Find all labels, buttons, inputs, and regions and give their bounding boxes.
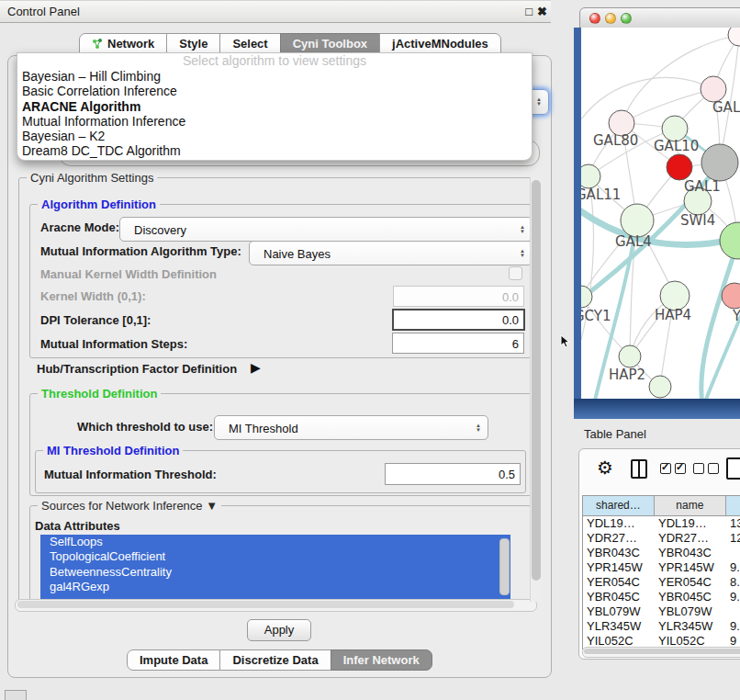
table-cell[interactable]: 9. [726, 619, 740, 634]
column-header-shared[interactable]: shared… [583, 496, 655, 515]
tab-infer-network[interactable]: Infer Network [331, 649, 432, 671]
table-cell[interactable]: YPR145W [583, 560, 655, 575]
which-threshold-combobox[interactable]: MI Threshold ▲▼ [214, 415, 488, 440]
network-edge-thick[interactable] [581, 208, 740, 244]
tab-discretize-data[interactable]: Discretize Data [219, 649, 331, 671]
table-cell[interactable]: YBR045C [583, 590, 655, 604]
float-window-icon[interactable]: □ [525, 5, 533, 18]
manual-kernel-checkbox[interactable] [509, 266, 522, 280]
dpi-tolerance-field[interactable]: 0.0 [392, 309, 525, 331]
tab-cyni-toolbox[interactable]: Cyni Toolbox [280, 33, 380, 54]
aracne-mode-combobox[interactable]: Discovery ▲▼ [119, 217, 533, 242]
table-row[interactable]: YBR043CYBR043C [583, 546, 740, 560]
close-window-icon[interactable]: ✖ [537, 5, 547, 18]
new-table-icon[interactable] [726, 457, 740, 480]
tab-style[interactable]: Style [166, 33, 220, 54]
table-cell[interactable]: YBL079W [583, 604, 655, 619]
table-cell[interactable]: 9. [726, 590, 740, 604]
network-canvas[interactable]: GALGAL80GAL10GAL11GAL1SWI4GAL4GCY1HAP4YH… [581, 28, 740, 399]
hub-expander-label[interactable]: Hub/Transcription Factor Definition [37, 362, 237, 377]
partial-node-bottom[interactable] [649, 376, 671, 398]
select-all-icon[interactable] [660, 461, 690, 478]
close-traffic-light[interactable] [589, 13, 600, 24]
mi-threshold-label: Mutual Information Threshold: [44, 468, 217, 482]
table-cell[interactable]: YDL19… [655, 516, 726, 531]
gal1-node[interactable] [667, 154, 692, 180]
dropdown-item[interactable]: Bayesian – K2 [17, 129, 532, 143]
mi-threshold-field[interactable]: 0.5 [385, 463, 521, 485]
table-scrollbar-thumb[interactable] [584, 649, 740, 654]
tab-select[interactable]: Select [219, 33, 280, 54]
table-cell[interactable]: YDR27… [655, 531, 726, 546]
table-cell[interactable]: 12 [726, 531, 740, 546]
horizontal-scrollbar-thumb[interactable] [17, 601, 514, 608]
table-cell[interactable]: 9. [726, 560, 740, 575]
attribute-item[interactable]: TopologicalCoefficient [40, 549, 510, 564]
network-window-titlebar[interactable] [579, 7, 740, 29]
table-cell[interactable]: YBR043C [655, 546, 726, 560]
pink-node[interactable] [701, 76, 726, 102]
gray-node[interactable] [701, 144, 738, 181]
sources-group-title: Sources for Network Inference ▼ [38, 499, 221, 513]
attribute-item[interactable]: SelfLoops [40, 535, 510, 549]
table-cell[interactable]: 13 [726, 516, 740, 531]
table-cell[interactable]: 8. [726, 575, 740, 590]
network-graph[interactable]: GALGAL80GAL10GAL11GAL1SWI4GAL4GCY1HAP4YH… [581, 28, 740, 399]
zoom-traffic-light[interactable] [621, 13, 632, 24]
table-cell[interactable]: YDL19… [583, 516, 655, 531]
partial-node-top[interactable] [728, 28, 740, 46]
table-cell[interactable]: YER054C [655, 575, 726, 590]
mi-steps-field[interactable]: 6 [392, 333, 524, 354]
tab-impute-data[interactable]: Impute Data [127, 649, 220, 671]
tab-jactivemnodules[interactable]: jActiveMNodules [379, 33, 501, 54]
deselect-all-icon[interactable] [693, 461, 723, 478]
table-cell[interactable]: YER054C [583, 575, 655, 590]
expander-arrow-icon[interactable]: ▶ [251, 360, 261, 375]
table-cell[interactable]: YLR345W [583, 619, 655, 634]
attribute-item[interactable]: gal4RGexp [40, 580, 510, 594]
green-node[interactable] [720, 222, 740, 259]
mi-type-combobox[interactable]: Naive Bayes ▲▼ [249, 241, 533, 265]
column-header-name[interactable]: name [655, 496, 726, 515]
collapse-arrow-icon[interactable]: ▼ [206, 499, 218, 513]
data-attributes-list[interactable]: SelfLoopsTopologicalCoefficientBetweenne… [40, 535, 510, 600]
dropdown-item[interactable]: Mutual Information Inference [17, 114, 532, 129]
table-cell[interactable]: YPR145W [655, 560, 726, 575]
table-row[interactable]: YLR345WYLR345W9. [583, 619, 740, 634]
dropdown-item[interactable]: Basic Correlation Inference [17, 84, 532, 98]
gal11-node[interactable] [581, 164, 600, 188]
minimize-traffic-light[interactable] [605, 13, 616, 24]
hap2-node[interactable] [619, 345, 641, 367]
column-header-A[interactable]: A [726, 496, 740, 515]
table-row[interactable]: YBR045CYBR045C9. [583, 590, 740, 604]
split-view-icon[interactable] [631, 459, 647, 479]
network-edge[interactable] [581, 78, 713, 119]
list-scrollbar-thumb[interactable] [499, 538, 510, 595]
settings-vertical-scrollbar[interactable] [530, 177, 542, 602]
table-row[interactable]: YDR27…YDR27…12 [583, 531, 740, 546]
settings-horizontal-scrollbar[interactable] [15, 599, 537, 612]
gal4-node[interactable] [621, 204, 654, 237]
vertical-scrollbar-thumb[interactable] [532, 180, 541, 581]
dropdown-item[interactable]: Dream8 DC_TDC Algorithm [17, 143, 532, 158]
collapsed-panel-button[interactable] [5, 690, 27, 700]
tab-network[interactable]: Network [79, 33, 167, 54]
kernel-width-field[interactable]: 0.0 [393, 286, 524, 307]
table-cell[interactable]: YBL079W [655, 604, 726, 619]
table-row[interactable]: YBL079WYBL079W [583, 604, 740, 619]
table-row[interactable]: YDL19…YDL19…13 [583, 516, 740, 531]
table-cell[interactable]: YLR345W [655, 619, 726, 634]
table-row[interactable]: YPR145WYPR145W9. [583, 560, 740, 575]
dropdown-item[interactable]: Bayesian – Hill Climbing [17, 69, 532, 84]
settings-gear-icon[interactable]: ⚙ [597, 457, 613, 479]
table-cell[interactable]: YDR27… [583, 531, 655, 546]
table-horizontal-scrollbar[interactable] [582, 647, 740, 658]
table-cell[interactable] [726, 604, 740, 619]
table-row[interactable]: YER054CYER054C8. [583, 575, 740, 590]
attribute-item[interactable]: BetweennessCentrality [40, 565, 510, 580]
table-cell[interactable]: YBR043C [583, 546, 655, 560]
apply-button[interactable]: Apply [247, 619, 311, 641]
dropdown-item[interactable]: ARACNE Algorithm [17, 99, 532, 114]
table-cell[interactable]: YBR045C [655, 590, 726, 604]
table-cell[interactable] [726, 546, 740, 560]
